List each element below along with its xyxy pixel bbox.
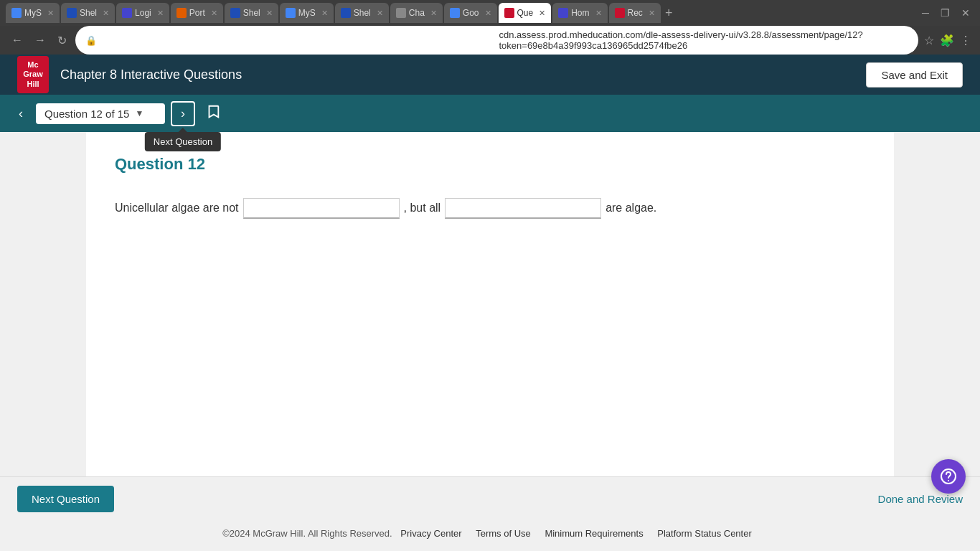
url-text[interactable]: cdn.assess.prod.mheducation.com/dle-asse… <box>499 29 909 51</box>
tab-goo[interactable]: Goo ✕ <box>444 3 497 23</box>
bottom-bar: Next Question Done and Review <box>0 476 980 521</box>
close-button[interactable]: ✕ <box>957 6 974 20</box>
next-question-nav-button[interactable]: › <box>171 101 195 126</box>
tab-shel-2[interactable]: Shel ✕ <box>225 3 278 23</box>
save-exit-button[interactable]: Save and Exit <box>866 62 963 88</box>
tab-label: Rec <box>628 8 643 18</box>
browser-chrome: MyS ✕ Shel ✕ Logi ✕ Port ✕ Shel ✕ MyS ✕ <box>0 0 980 55</box>
tab-hom[interactable]: Hom ✕ <box>552 3 607 23</box>
tab-close[interactable]: ✕ <box>157 9 164 18</box>
back-button[interactable]: ← <box>9 31 26 50</box>
tab-favicon <box>67 8 77 18</box>
tab-favicon <box>450 8 460 18</box>
tab-bar: MyS ✕ Shel ✕ Logi ✕ Port ✕ Shel ✕ MyS ✕ <box>0 0 980 26</box>
tab-close[interactable]: ✕ <box>485 9 491 18</box>
tab-close[interactable]: ✕ <box>377 9 383 18</box>
tab-cha[interactable]: Cha ✕ <box>390 3 443 23</box>
tab-shel-1[interactable]: Shel ✕ <box>61 3 115 23</box>
next-question-button[interactable]: Next Question <box>17 486 114 512</box>
tab-label: Goo <box>463 8 479 18</box>
bookmark-button[interactable] <box>201 100 225 128</box>
browser-controls-bar: ← → ↻ 🔒 cdn.assess.prod.mheducation.com/… <box>0 26 980 55</box>
question-heading: Question 12 <box>115 155 865 174</box>
sidebar-right <box>894 132 980 476</box>
tab-label: MyS <box>24 8 42 18</box>
help-icon <box>940 468 957 485</box>
tab-close[interactable]: ✕ <box>103 9 109 18</box>
tab-close[interactable]: ✕ <box>649 9 655 18</box>
tab-favicon <box>504 8 514 18</box>
fill-blank-sentence: Unicellular algae are not , but all are … <box>115 197 865 220</box>
tab-label: Que <box>517 8 534 18</box>
main-content: Question 12 Unicellular algae are not , … <box>0 132 980 476</box>
tab-label: Cha <box>409 8 425 18</box>
tab-close[interactable]: ✕ <box>47 9 54 18</box>
page-footer: ©2024 McGraw Hill. All Rights Reserved. … <box>0 521 980 546</box>
tab-favicon <box>615 8 625 18</box>
tab-label: Shel <box>354 8 371 18</box>
prev-question-button[interactable]: ‹ <box>11 102 30 126</box>
tab-close[interactable]: ✕ <box>430 9 437 18</box>
navigation-bar: ‹ Question 12 of 15 ▼ › Next Question <box>0 95 980 132</box>
header-left: Mc Graw Hill Chapter 8 Interactive Quest… <box>17 56 242 93</box>
dropdown-arrow-icon: ▼ <box>135 108 143 118</box>
reload-button[interactable]: ↻ <box>55 31 70 50</box>
sentence-part-after: are algae. <box>606 197 656 220</box>
mcgraw-hill-logo: Mc Graw Hill <box>17 56 49 93</box>
tab-label: Hom <box>571 8 589 18</box>
tab-rec[interactable]: Rec ✕ <box>609 3 661 23</box>
tab-label: MyS <box>298 8 316 18</box>
tab-port[interactable]: Port ✕ <box>171 3 223 23</box>
new-tab-button[interactable]: + <box>665 6 673 21</box>
tab-favicon <box>11 8 22 18</box>
terms-of-use-link[interactable]: Terms of Use <box>476 528 531 539</box>
help-button[interactable] <box>931 459 966 494</box>
bookmark-star-icon[interactable]: ☆ <box>924 34 934 47</box>
lock-icon: 🔒 <box>85 35 495 46</box>
minimum-requirements-link[interactable]: Minimum Requirements <box>545 528 643 539</box>
forward-button[interactable]: → <box>32 31 49 50</box>
tab-logi[interactable]: Logi ✕ <box>116 3 169 23</box>
extensions-icon[interactable]: 🧩 <box>940 34 954 47</box>
minimize-button[interactable]: ─ <box>918 6 933 20</box>
done-review-link[interactable]: Done and Review <box>878 493 963 505</box>
next-question-tooltip: Next Question <box>145 132 221 151</box>
tab-mys-2[interactable]: MyS ✕ <box>280 3 334 23</box>
tab-que[interactable]: Que ✕ <box>499 3 552 23</box>
question-selector-dropdown[interactable]: Question 12 of 15 ▼ <box>36 103 165 124</box>
app-title: Chapter 8 Interactive Questions <box>60 67 242 83</box>
tab-close[interactable]: ✕ <box>539 9 545 18</box>
menu-icon[interactable]: ⋮ <box>960 34 971 47</box>
tab-favicon <box>176 8 187 18</box>
tab-label: Logi <box>135 8 151 18</box>
sidebar-left <box>0 132 86 476</box>
platform-status-link[interactable]: Platform Status Center <box>657 528 752 539</box>
tab-label: Shel <box>243 8 260 18</box>
tab-mys-1[interactable]: MyS ✕ <box>6 3 60 23</box>
address-bar[interactable]: 🔒 cdn.assess.prod.mheducation.com/dle-as… <box>75 26 918 55</box>
question-selector-label: Question 12 of 15 <box>44 108 129 120</box>
tab-favicon <box>341 8 351 18</box>
tab-label: Port <box>189 8 205 18</box>
content-area: Question 12 Unicellular algae are not , … <box>86 132 894 476</box>
next-question-tooltip-container: › Next Question <box>171 101 195 126</box>
svg-point-1 <box>948 480 949 481</box>
tab-favicon <box>230 8 240 18</box>
restore-button[interactable]: ❐ <box>936 6 954 20</box>
app-header: Mc Graw Hill Chapter 8 Interactive Quest… <box>0 55 980 95</box>
tab-close[interactable]: ✕ <box>266 9 273 18</box>
tab-close[interactable]: ✕ <box>595 9 602 18</box>
tab-shel-3[interactable]: Shel ✕ <box>335 3 389 23</box>
copyright-text: ©2024 McGraw Hill. All Rights Reserved. <box>222 528 392 539</box>
tab-favicon <box>286 8 296 18</box>
blank-input-2[interactable] <box>445 198 601 219</box>
tab-favicon <box>396 8 406 18</box>
tab-close[interactable]: ✕ <box>321 9 328 18</box>
blank-input-1[interactable] <box>243 198 400 219</box>
sentence-part-middle: , but all <box>404 197 441 220</box>
bookmark-icon <box>205 104 221 120</box>
tab-close[interactable]: ✕ <box>211 9 217 18</box>
tab-label: Shel <box>80 8 97 18</box>
tab-favicon <box>122 8 132 18</box>
privacy-center-link[interactable]: Privacy Center <box>400 528 461 539</box>
